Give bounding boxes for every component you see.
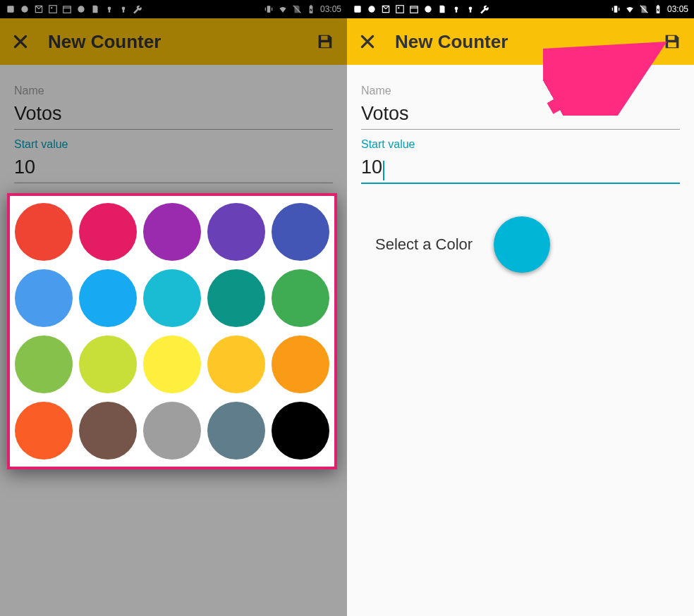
save-button[interactable]	[660, 30, 684, 54]
app-icon	[423, 4, 433, 14]
app-bar: New Counter	[347, 18, 694, 65]
text-cursor	[383, 161, 384, 180]
color-option[interactable]	[15, 269, 73, 327]
app-icon	[367, 4, 377, 14]
color-option[interactable]	[79, 269, 137, 327]
save-icon	[662, 32, 682, 51]
select-color-row: Select a Color	[361, 216, 680, 273]
color-option[interactable]	[143, 335, 201, 393]
color-option[interactable]	[272, 269, 329, 327]
svg-rect-19	[354, 6, 360, 12]
svg-rect-35	[657, 5, 659, 6]
picker-row	[13, 199, 331, 265]
svg-rect-29	[470, 9, 471, 13]
svg-rect-30	[614, 6, 618, 12]
svg-rect-36	[668, 42, 676, 47]
start-value-text: 10	[361, 156, 382, 178]
svg-rect-21	[396, 6, 404, 13]
screenshot-right: 03:05 New Counter Name Start value 10 Se…	[347, 0, 694, 616]
color-option[interactable]	[15, 335, 73, 393]
start-value-input[interactable]: 10	[361, 155, 680, 184]
close-icon	[358, 32, 377, 51]
color-option[interactable]	[143, 269, 201, 327]
name-input[interactable]	[361, 101, 680, 130]
color-option[interactable]	[207, 402, 265, 460]
name-label: Name	[361, 85, 680, 97]
wrench-icon	[480, 4, 489, 14]
start-value-label: Start value	[361, 138, 680, 151]
color-option[interactable]	[272, 402, 329, 460]
keyhole-icon	[451, 4, 461, 14]
color-option[interactable]	[79, 402, 137, 460]
color-option[interactable]	[207, 335, 265, 393]
color-picker-popup	[7, 193, 337, 469]
color-option[interactable]	[207, 269, 265, 327]
selected-color-swatch[interactable]	[494, 216, 550, 273]
status-bar: 03:05	[347, 0, 694, 18]
svg-rect-23	[410, 6, 418, 13]
color-option[interactable]	[15, 203, 73, 261]
battery-charging-icon	[653, 4, 663, 14]
color-option[interactable]	[79, 203, 137, 261]
color-option[interactable]	[143, 402, 201, 460]
color-option[interactable]	[15, 402, 73, 460]
sd-icon	[437, 4, 447, 14]
no-sim-icon	[639, 4, 649, 14]
color-option[interactable]	[272, 335, 329, 393]
color-option[interactable]	[272, 203, 329, 261]
wifi-icon	[625, 4, 635, 14]
svg-rect-37	[668, 36, 674, 40]
page-title: New Counter	[395, 31, 660, 53]
color-option[interactable]	[79, 335, 137, 393]
picker-row	[13, 398, 331, 464]
close-button[interactable]	[357, 31, 378, 52]
screenshot-left: 03:05 New Counter Name Start value	[0, 0, 347, 616]
color-option[interactable]	[143, 203, 201, 261]
keyhole-icon	[465, 4, 475, 14]
svg-point-22	[398, 7, 399, 8]
svg-rect-27	[456, 9, 457, 13]
form-content: Name Start value 10 Select a Color	[347, 65, 694, 273]
color-option[interactable]	[207, 203, 265, 261]
app-icon	[353, 4, 363, 14]
picture-icon	[395, 4, 405, 14]
vibrate-icon	[611, 4, 621, 14]
svg-point-20	[368, 6, 375, 12]
select-color-label: Select a Color	[375, 235, 473, 254]
clock: 03:05	[667, 4, 688, 14]
picker-row	[13, 331, 331, 398]
picker-row	[13, 265, 331, 331]
calendar-icon	[409, 4, 419, 14]
svg-point-25	[425, 6, 431, 12]
gmail-icon	[381, 4, 391, 14]
